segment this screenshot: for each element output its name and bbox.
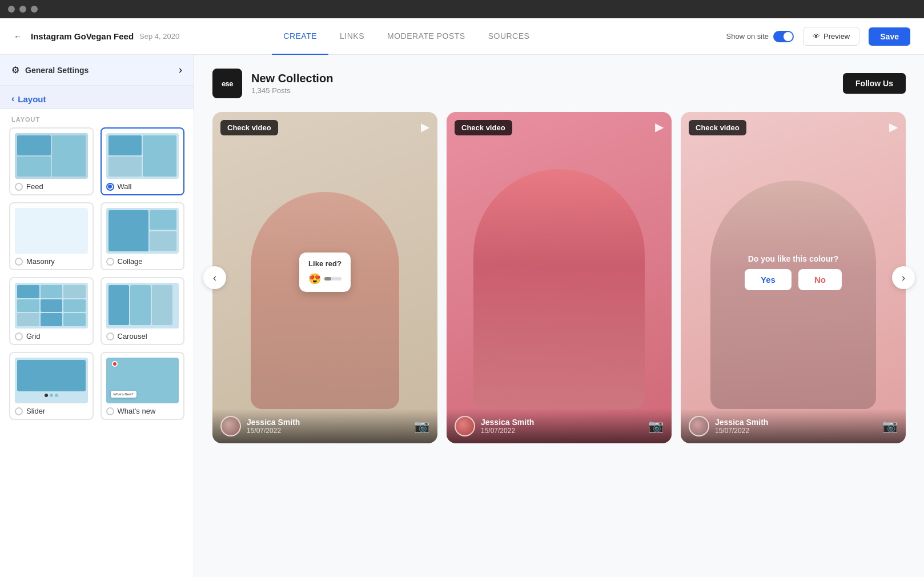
post-card-2-middle — [447, 135, 672, 409]
poll-buttons-3: Yes No — [745, 269, 842, 290]
back-button[interactable]: ← — [14, 32, 22, 41]
post-card-1-bottom: Jessica Smith 15/07/2022 📷 — [212, 409, 437, 443]
poll-bar-row-1: 😍 — [308, 273, 342, 285]
poll-emoji-1: 😍 — [308, 273, 321, 285]
poll-question-3: Do you like this colour? — [745, 254, 842, 263]
feed-collection-title: New Collection — [251, 72, 834, 85]
post-date-2: 15/07/2022 — [481, 427, 534, 435]
show-on-site-label: Show on site — [726, 32, 769, 41]
play-icon-1: ▶ — [421, 120, 429, 134]
tab-links[interactable]: LINKS — [328, 18, 376, 55]
titlebar-dot-2 — [19, 6, 26, 13]
layout-item-slider[interactable]: Slider — [9, 352, 94, 420]
chevron-right-icon — [179, 64, 182, 76]
layout-section-header: ‹ Layout — [0, 86, 194, 109]
layout-radio-whatsnew — [106, 407, 114, 415]
tab-moderate[interactable]: MODERATE POSTS — [376, 18, 477, 55]
show-on-site-control: Show on site — [726, 31, 794, 42]
post-card-2: Check video ▶ Jessica Smith 15/07/2022 — [447, 112, 672, 443]
back-arrow-icon: ← — [14, 32, 22, 41]
post-date-3: 15/07/2022 — [715, 427, 768, 435]
general-settings-section[interactable]: General Settings — [0, 55, 194, 86]
play-icon-3: ▶ — [889, 120, 898, 134]
layout-thumb-carousel — [106, 283, 179, 328]
layout-thumb-masonry — [15, 208, 88, 254]
tab-sources[interactable]: SOURCES — [477, 18, 541, 55]
instagram-icon-1: 📷 — [414, 419, 429, 434]
layout-name-feed: Feed — [26, 182, 43, 191]
layout-radio-slider — [15, 407, 23, 415]
poll-no-button[interactable]: No — [798, 269, 842, 290]
poll-bar-fill-1 — [324, 277, 331, 281]
feed-post-count: 1,345 Posts — [251, 86, 834, 95]
play-icon-2: ▶ — [655, 120, 664, 134]
post-avatar-2 — [455, 416, 475, 436]
layout-name-wall: Wall — [118, 182, 132, 191]
layout-radio-wall — [106, 183, 114, 191]
topnav-right: Show on site 👁 Preview Save — [726, 27, 910, 46]
feed-info: New Collection 1,345 Posts — [251, 72, 834, 95]
check-video-btn-2[interactable]: Check video — [455, 120, 512, 135]
poll-overlay-1: Like red? 😍 — [299, 253, 351, 292]
post-card-3-bottom: Jessica Smith 15/07/2022 📷 — [681, 409, 906, 443]
top-tabs: CREATE LINKS MODERATE POSTS SOURCES — [272, 18, 541, 55]
layout-item-carousel[interactable]: Carousel — [101, 277, 185, 345]
layout-grid: Feed Wall — [0, 127, 194, 429]
post-card-2-top: Check video ▶ — [447, 112, 672, 135]
post-card-1-top: Check video ▶ — [212, 112, 437, 135]
save-button[interactable]: Save — [869, 27, 910, 46]
layout-item-masonry[interactable]: Masonry — [9, 202, 94, 270]
layout-thumb-whatsnew: What's New? — [106, 358, 179, 403]
layout-item-whatsnew[interactable]: What's New? What's new — [101, 352, 185, 420]
feed-date: Sep 4, 2020 — [139, 32, 179, 41]
eye-icon: 👁 — [813, 32, 820, 41]
sidebar: General Settings ‹ Layout LAYOUT — [0, 55, 194, 577]
post-user-2: Jessica Smith 15/07/2022 — [455, 416, 534, 436]
show-on-site-toggle[interactable] — [773, 31, 794, 42]
main-layout: General Settings ‹ Layout LAYOUT — [0, 55, 924, 577]
layout-thumb-wall — [106, 133, 179, 179]
post-user-1: Jessica Smith 15/07/2022 — [220, 416, 300, 436]
post-name-3: Jessica Smith — [715, 418, 768, 427]
post-name-2: Jessica Smith — [481, 418, 534, 427]
poll-bar-1 — [324, 277, 342, 281]
layout-item-wall[interactable]: Wall — [101, 127, 185, 195]
post-card-3-top: Check video ▶ — [681, 112, 906, 135]
post-card-1-middle: Like red? 😍 — [212, 135, 437, 409]
toggle-knob — [784, 32, 793, 41]
preview-button[interactable]: 👁 Preview — [803, 27, 859, 46]
post-card-2-content: Check video ▶ Jessica Smith 15/07/2022 — [447, 112, 672, 443]
layout-item-grid[interactable]: Grid — [9, 277, 94, 345]
layout-radio-grid — [15, 332, 23, 340]
carousel-right-arrow[interactable]: › — [892, 266, 915, 289]
layout-item-collage[interactable]: Collage — [101, 202, 185, 270]
layout-name-masonry: Masonry — [26, 257, 55, 266]
layout-radio-masonry — [15, 258, 23, 266]
post-carousel: ‹ Check video ▶ — [212, 112, 906, 443]
post-date-1: 15/07/2022 — [247, 427, 300, 435]
chevron-left-icon: ‹ — [11, 94, 14, 104]
layout-thumb-slider — [15, 358, 88, 403]
layout-thumb-grid — [15, 283, 88, 328]
layout-name-collage: Collage — [118, 257, 143, 266]
instagram-icon-2: 📷 — [648, 419, 664, 434]
layout-radio-carousel — [106, 332, 114, 340]
carousel-left-arrow[interactable]: ‹ — [203, 266, 226, 289]
layout-item-feed[interactable]: Feed — [9, 127, 94, 195]
general-settings-label: General Settings — [25, 66, 89, 75]
post-avatar-3 — [689, 416, 709, 436]
general-settings-left: General Settings — [11, 65, 89, 75]
layout-label: ‹ Layout — [11, 94, 182, 104]
tab-create[interactable]: CREATE — [272, 18, 328, 55]
poll-question-1: Like red? — [308, 259, 342, 268]
check-video-btn-1[interactable]: Check video — [220, 120, 278, 135]
instagram-icon-3: 📷 — [882, 419, 898, 434]
titlebar — [0, 0, 924, 18]
content-area: ese New Collection 1,345 Posts Follow Us… — [194, 55, 924, 577]
post-user-3: Jessica Smith 15/07/2022 — [689, 416, 768, 436]
layout-radio-collage — [106, 258, 114, 266]
poll-yes-button[interactable]: Yes — [745, 269, 792, 290]
check-video-btn-3[interactable]: Check video — [689, 120, 746, 135]
follow-us-button[interactable]: Follow Us — [843, 73, 906, 94]
titlebar-dot-1 — [8, 6, 15, 13]
